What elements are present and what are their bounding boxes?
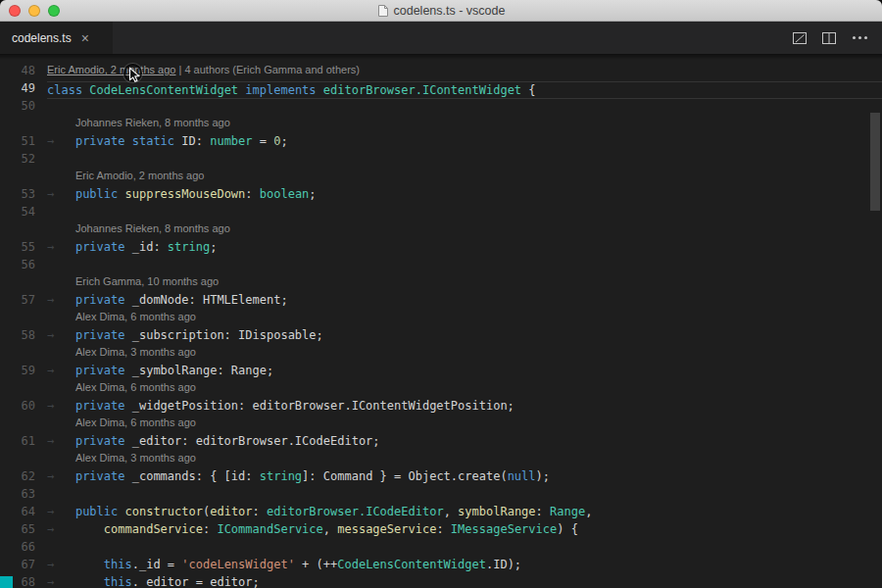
codelens-blame-link[interactable]: Eric Amodio, 2 months ago [47,64,175,75]
code-token: → [47,328,75,342]
code-row: 61→ private _editor: editorBrowser.ICode… [0,434,882,452]
more-actions-button[interactable] [851,36,868,39]
codelens-text: Eric Amodio, 2 months ago [47,170,882,187]
code-token: Range [550,505,585,518]
code-token: editor [210,505,252,518]
code-token: constructor [124,505,202,518]
code-row: 50 [0,99,882,117]
code-token [75,558,104,571]
codelens-annotation: Alex Dima, 6 months ago [75,311,196,322]
code-token: : [203,522,217,536]
line-number: 55 [0,240,47,258]
codelens-text: Alex Dima, 6 months ago [47,416,882,434]
code-token: ._editor = editor; [132,575,260,588]
line-number [0,452,47,469]
line-number: 61 [0,434,47,452]
code-row: 68→ this._editor = editor; [0,575,882,588]
code-token: boolean [260,187,310,201]
line-number: 57 [0,293,47,311]
code-token: public [75,505,125,518]
code-line: → public constructor(editor: editorBrows… [47,505,882,522]
code-row: 57→ private _domNode: HTMLElement; [0,293,882,311]
code-token: .ID); [486,558,521,571]
line-number [0,416,47,434]
code-row: 53→ public suppressMouseDown: boolean; [0,187,882,205]
code-line: → private _widgetPosition: editorBrowser… [47,399,882,416]
minimize-window-button[interactable] [28,5,40,17]
code-token: string [168,240,210,254]
code-row: 64→ public constructor(editor: editorBro… [0,505,882,522]
codelens-annotation: | 4 authors (Erich Gamma and others) [175,64,360,75]
line-number: 63 [0,487,47,505]
codelens-annotation: Johannes Rieken, 8 months ago [75,117,230,128]
code-row: 65→ commandService: ICommandService, mes… [0,522,882,540]
tab-codelens-ts[interactable]: codelens.ts × [0,22,113,54]
code-line: → private static ID: number = 0; [47,134,882,152]
code-line: → this._editor = editor; [47,575,882,588]
codelens-text: Alex Dima, 3 months ago [47,346,882,364]
code-line [47,205,882,222]
code-token: suppressMouseDown [124,187,245,201]
code-token: ; [210,240,217,254]
line-number: 53 [0,187,47,205]
line-number: 59 [0,364,47,381]
code-token: → [47,575,75,588]
code-row: 54 [0,205,882,222]
code-token: { [528,83,535,97]
code-row: 58→ private _subscription: IDisposable; [0,328,882,346]
code-token: ICommandService [217,522,322,536]
line-number: 67 [0,558,47,575]
code-token: private [75,469,132,483]
codelens-text: Eric Amodio, 2 months ago | 4 authors (E… [47,64,882,81]
code-line: class CodeLensContentWidget implements e… [47,81,882,99]
editor-pane[interactable]: 48Eric Amodio, 2 months ago | 4 authors … [0,54,882,588]
codelens-row: Alex Dima, 3 months ago [0,452,882,469]
line-number: 65 [0,522,47,540]
code-line: → private _domNode: HTMLElement; [47,293,882,311]
window-title: codelens.ts - vscode [0,4,882,18]
code-row: 52 [0,152,882,170]
file-proxy-icon [377,4,389,18]
code-token: : [245,187,259,201]
line-number: 58 [0,328,47,346]
code-token: ); [536,469,550,483]
code-token: null [508,469,536,483]
zoom-window-button[interactable] [48,5,60,17]
code-token: messageService [337,522,436,536]
code-token: → [47,364,75,377]
code-token: : [253,505,267,518]
code-token: → [47,399,75,413]
open-changes-button[interactable] [792,30,808,46]
line-number: 54 [0,205,47,222]
code-token: public [75,187,125,201]
codelens-annotation: Alex Dima, 3 months ago [75,452,196,464]
ellipsis-icon [853,36,856,39]
code-line: → private _subscription: IDisposable; [47,328,882,346]
codelens-annotation: Alex Dima, 3 months ago [75,346,196,358]
vertical-scrollbar[interactable] [868,54,882,588]
line-number [0,275,47,293]
code-token: , [323,522,337,536]
tab-close-button[interactable]: × [81,31,89,45]
split-editor-button[interactable] [821,30,837,46]
scrollbar-thumb[interactable] [870,113,880,211]
codelens-text: Johannes Rieken, 8 months ago [47,117,882,134]
code-token: string [260,469,302,483]
codelens-text: Alex Dima, 3 months ago [47,452,882,469]
line-number: 62 [0,469,47,487]
line-number [0,381,47,399]
code-row: 62→ private _commands: { [id: string]: C… [0,469,882,487]
editor-actions [792,22,882,54]
codelens-text: Johannes Rieken, 8 months ago [47,222,882,240]
code-token: _commands: { [id: [132,469,260,483]
close-window-button[interactable] [9,5,21,17]
code-line [47,99,882,117]
code-token: private static [75,134,181,148]
line-number [0,346,47,364]
line-number: 66 [0,540,47,558]
line-number: 52 [0,152,47,170]
code-token: _domNode: HTMLElement; [132,293,288,307]
code-token: symbolRange [458,505,535,518]
codelens-annotation: Alex Dima, 6 months ago [75,416,196,428]
code-token: → [47,187,75,201]
